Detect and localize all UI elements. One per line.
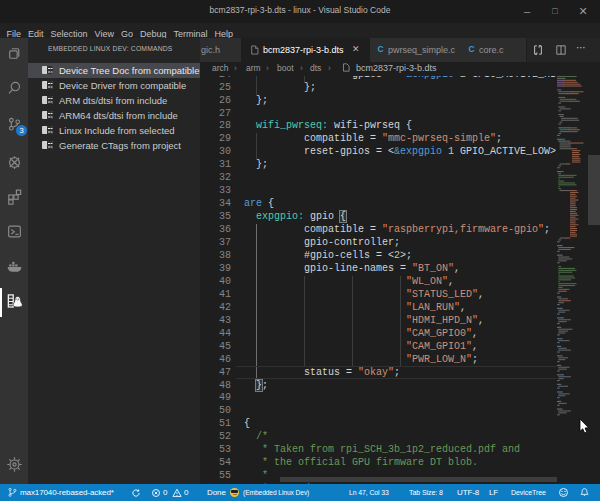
svg-text:C: C [377, 45, 383, 54]
svg-text:C: C [468, 45, 474, 54]
